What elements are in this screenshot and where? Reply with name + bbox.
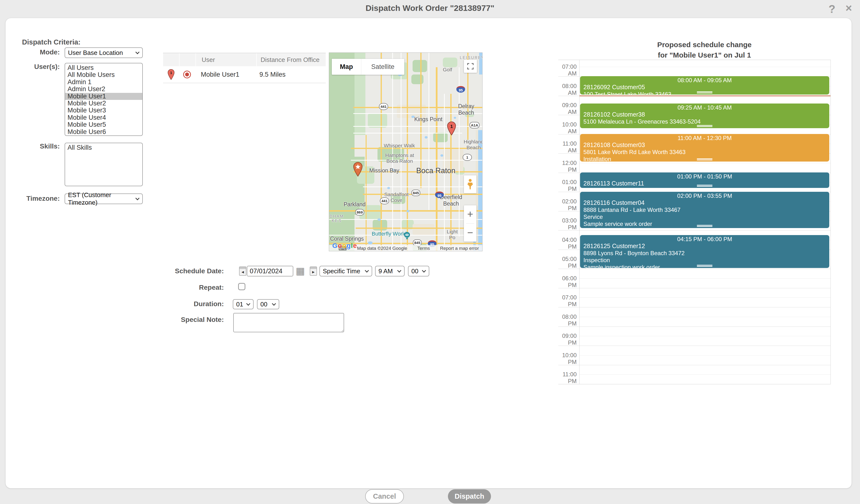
calendar-picker-icon[interactable]: ▦ [296, 266, 305, 276]
calendar-event[interactable]: 11:00 AM - 12:30 PM28126108 Customer0358… [580, 134, 829, 162]
google-map[interactable]: LEISUREVILLEGolfDelray BeachKings PointW… [329, 53, 483, 251]
user-option[interactable]: Mobile User5 [65, 121, 142, 128]
time-mode-select[interactable]: Specific Time [319, 266, 372, 277]
user-option[interactable]: Mobile User1 [65, 93, 142, 100]
event-resize-handle[interactable] [697, 91, 712, 93]
duration-minutes-select[interactable]: 00 [257, 299, 279, 309]
calendar-event[interactable]: 09:25 AM - 10:45 AM28126102 Customer3851… [580, 104, 829, 128]
event-resize-handle[interactable] [697, 125, 712, 127]
map-label: Light Po [447, 229, 458, 240]
minute-select[interactable]: 00 [408, 266, 429, 277]
user-option[interactable]: All Mobile Users [65, 71, 142, 78]
skill-option[interactable]: All Skills [65, 144, 142, 151]
office-star-marker[interactable] [353, 162, 362, 177]
previous-day-button[interactable]: ◀ [239, 267, 246, 276]
user-option[interactable]: Mobile User6 [65, 129, 142, 135]
user-option[interactable]: Mobile User3 [65, 107, 142, 114]
chevron-down-icon [246, 301, 250, 306]
mode-select[interactable]: User Base Location [64, 47, 143, 58]
users-listbox[interactable]: All UsersAll Mobile UsersAdmin 1Admin Us… [64, 63, 143, 136]
event-resize-handle[interactable] [697, 225, 712, 227]
google-logo[interactable]: Google [332, 242, 357, 250]
arrow-left-icon: ◀ [240, 269, 246, 275]
user-option[interactable]: Mobile User4 [65, 114, 142, 121]
user-option[interactable]: Admin User2 [65, 86, 142, 93]
map-terrain [440, 154, 443, 157]
dispatch-button[interactable]: Dispatch [448, 489, 491, 504]
user-radio-selected[interactable] [183, 71, 191, 78]
duration-hours-select[interactable]: 01 [233, 299, 254, 309]
event-work-order-title: 28126125 Customer12 [580, 242, 829, 250]
skills-listbox[interactable]: All Skills [64, 143, 143, 186]
map-terrain [373, 220, 387, 231]
user-option[interactable]: Admin 1 [65, 78, 142, 86]
next-day-button[interactable]: ▶ [310, 267, 317, 276]
event-detail-line: Inspection [580, 256, 829, 264]
event-detail-line: 5100 Melaleuca Ln - Greenacres 33463-520… [580, 118, 829, 125]
google-logo-letter: e [353, 242, 357, 249]
calendar-title-line1: Proposed schedule change [558, 41, 851, 49]
user-option[interactable]: All Users [65, 64, 142, 71]
hour-label: 10:00 PM [558, 352, 577, 366]
fullscreen-button[interactable] [464, 60, 477, 73]
map-terrain [329, 219, 483, 220]
zoom-out-button[interactable]: − [464, 224, 476, 242]
proposed-schedule-calendar[interactable]: 07:00 AM08:00 AM09:00 AM10:00 AM11:00 AM… [558, 60, 851, 384]
event-resize-handle[interactable] [697, 159, 712, 160]
timezone-select[interactable]: EST (Customer Timezone) [64, 193, 143, 204]
google-logo-letter: g [346, 242, 351, 249]
calendar-bottom-border [558, 384, 830, 384]
route-shield-95: 95 [456, 86, 465, 93]
map-type-map-button[interactable]: Map [332, 59, 361, 75]
event-resize-handle[interactable] [697, 265, 712, 267]
calendar-event[interactable]: 01:00 PM - 01:50 PM28126113 Customer1188… [580, 173, 829, 188]
map-terrain [368, 113, 387, 128]
user-option[interactable]: Mobile User2 [65, 100, 142, 107]
event-resize-handle[interactable] [697, 185, 712, 187]
numbered-map-marker[interactable]: 1 [447, 121, 456, 135]
map-terrain [356, 227, 483, 229]
close-icon[interactable]: × [845, 2, 852, 14]
pegman-button[interactable] [464, 175, 476, 193]
event-time-range: 09:25 AM - 10:45 AM [580, 104, 829, 111]
map-type-satellite-button[interactable]: Satellite [361, 59, 404, 75]
hour-label: 10:00 AM [558, 121, 577, 135]
calendar-event[interactable]: 08:00 AM - 09:05 AM28126092 Customer0510… [580, 76, 829, 94]
timezone-label: Timezone: [0, 195, 60, 203]
map-terrain [353, 133, 462, 133]
map-label: LEISUREVILLE [460, 56, 483, 60]
map-terrain [351, 148, 483, 149]
calendar-event[interactable]: 04:15 PM - 06:00 PM28126125 Customer1288… [580, 235, 829, 268]
route-shield-869: 869 [355, 209, 364, 216]
map-terrain [433, 133, 448, 142]
google-logo-letter: o [338, 242, 342, 249]
poi-camera-marker[interactable] [404, 232, 411, 241]
hour-line [579, 374, 830, 375]
help-icon[interactable]: ? [829, 3, 835, 15]
route-shield-95: 95 [435, 192, 444, 198]
hour-line [579, 317, 830, 317]
cancel-button[interactable]: Cancel [365, 489, 404, 504]
fullscreen-icon [467, 63, 474, 70]
calendar-event[interactable]: 02:00 PM - 03:55 PM28126116 Customer0488… [580, 192, 829, 228]
schedule-date-input[interactable] [247, 266, 293, 277]
google-logo-letter: l [351, 242, 353, 249]
mode-label: Mode: [0, 48, 60, 56]
zoom-in-button[interactable]: + [464, 205, 476, 223]
map-terrain [411, 74, 424, 84]
map-terrain [454, 117, 456, 119]
report-map-error-link[interactable]: Report a map error [440, 246, 479, 251]
table-row[interactable]: 1 Mobile User1 9.5 Miles [163, 66, 326, 83]
hour-label: 04:00 PM [558, 237, 577, 250]
header-select-column [180, 53, 196, 66]
hour-label: 06:00 PM [558, 275, 577, 288]
repeat-checkbox[interactable] [238, 283, 245, 290]
svg-text:1: 1 [450, 124, 453, 129]
hour-line [579, 163, 830, 163]
special-note-textarea[interactable] [233, 313, 344, 332]
map-terrain [363, 194, 483, 195]
hour-label: 07:00 PM [558, 294, 577, 308]
hour-label: 11:00 PM [558, 371, 577, 385]
hour-select[interactable]: 9 AM [375, 266, 405, 277]
terms-link[interactable]: Terms [417, 246, 430, 251]
